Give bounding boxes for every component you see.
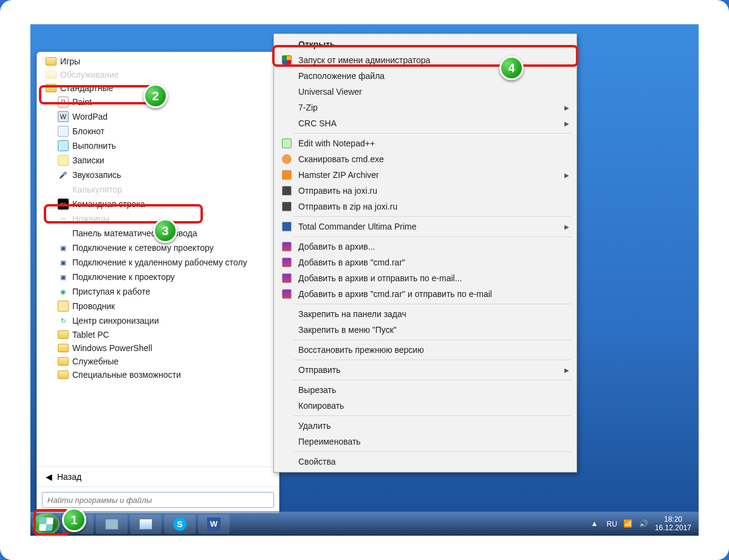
notes-icon bbox=[58, 155, 69, 166]
label: WordPad bbox=[72, 112, 108, 121]
app-projector[interactable]: ▣Подключение к проектору bbox=[37, 270, 279, 284]
app-snipping[interactable]: ✂Ножницы bbox=[37, 211, 279, 226]
separator bbox=[293, 133, 572, 134]
blank-icon bbox=[280, 70, 293, 81]
label: Вырезать bbox=[298, 385, 336, 395]
submenu-arrow-icon: ▶ bbox=[564, 224, 569, 230]
label: Добавить в архив "cmd.rar" bbox=[298, 258, 405, 267]
tray-up-icon[interactable]: ▲ bbox=[591, 519, 601, 529]
folder-system[interactable]: Служебные bbox=[37, 355, 279, 368]
volume-icon[interactable]: 🔊 bbox=[639, 519, 649, 529]
folder-accessibility[interactable]: Специальные возможности bbox=[37, 368, 279, 381]
search-input[interactable] bbox=[42, 492, 274, 508]
app-calculator[interactable]: Калькулятор bbox=[37, 182, 279, 197]
app-netproj[interactable]: ▣Подключение к сетевому проектору bbox=[37, 241, 279, 255]
ctx-rar-email2[interactable]: Добавить в архив "cmd.rar" и отправить п… bbox=[275, 286, 575, 302]
label: Проводник bbox=[72, 301, 115, 311]
label: Служебные bbox=[72, 357, 118, 366]
separator bbox=[293, 360, 572, 360]
taskbar-firefox[interactable] bbox=[62, 514, 94, 534]
app-mathinput[interactable]: Панель математического ввода bbox=[37, 226, 279, 241]
folder-icon bbox=[46, 70, 56, 79]
separator bbox=[293, 451, 572, 452]
label: Удалить bbox=[298, 421, 330, 431]
taskbar-app[interactable] bbox=[96, 514, 128, 534]
ctx-restore[interactable]: Восстановить прежнюю версию bbox=[275, 342, 575, 358]
ctx-joxi-zip[interactable]: Отправить в zip на joxi.ru bbox=[275, 199, 575, 214]
ctx-notepadpp[interactable]: Edit with Notepad++ bbox=[275, 135, 575, 151]
taskbar-word[interactable]: W bbox=[198, 514, 230, 534]
app-paint[interactable]: PPaint bbox=[37, 95, 279, 109]
start-button[interactable] bbox=[33, 513, 60, 535]
network-icon[interactable]: 📶 bbox=[623, 519, 633, 529]
taskbar-app2[interactable] bbox=[130, 514, 162, 534]
label: Восстановить прежнюю версию bbox=[298, 345, 424, 355]
app-command-prompt[interactable]: C:\Командная строка bbox=[37, 197, 279, 211]
ctx-7zip[interactable]: 7-Zip▶ bbox=[275, 100, 575, 115]
ctx-delete[interactable]: Удалить bbox=[275, 418, 575, 434]
ctx-rar-add[interactable]: Добавить в архив... bbox=[275, 239, 575, 254]
language-indicator[interactable]: RU bbox=[607, 520, 617, 528]
ctx-rar-add2[interactable]: Добавить в архив "cmd.rar" bbox=[275, 254, 575, 270]
folder-games[interactable]: Игры bbox=[37, 55, 279, 68]
app-icon bbox=[139, 519, 152, 530]
ctx-open[interactable]: Открыть bbox=[275, 36, 575, 52]
context-menu: Открыть Запуск от имени администратора Р… bbox=[273, 33, 577, 473]
label: CRC SHA bbox=[298, 118, 337, 128]
ctx-cut[interactable]: Вырезать bbox=[275, 382, 575, 398]
clock-time: 18:20 bbox=[655, 516, 691, 524]
folder-powershell[interactable]: Windows PowerShell bbox=[37, 341, 279, 355]
app-explorer[interactable]: Проводник bbox=[37, 299, 279, 313]
projector-icon: ▣ bbox=[58, 271, 69, 282]
ctx-rename[interactable]: Переименовать bbox=[275, 434, 575, 449]
label: Выполнить bbox=[72, 141, 116, 151]
app-notepad[interactable]: Блокнот bbox=[37, 124, 279, 138]
label: Игры bbox=[60, 56, 80, 66]
blank-icon bbox=[280, 324, 293, 335]
folder-maintenance[interactable]: Обслуживание bbox=[37, 68, 279, 81]
label: Командная строка bbox=[72, 199, 145, 209]
taskbar-clock[interactable]: 18:20 16.12.2017 bbox=[655, 516, 691, 533]
app-soundrec[interactable]: 🎤Звукозапись bbox=[37, 168, 279, 182]
ctx-avast-scan[interactable]: Сканировать cmd.exe bbox=[275, 151, 575, 167]
ctx-properties[interactable]: Свойства bbox=[275, 454, 575, 470]
folder-icon bbox=[58, 330, 69, 339]
ctx-pin-start[interactable]: Закрепить в меню "Пуск" bbox=[275, 322, 575, 338]
ctx-sendto[interactable]: Отправить▶ bbox=[275, 362, 575, 378]
ctx-run-as-admin[interactable]: Запуск от имени администратора bbox=[275, 52, 575, 68]
taskbar: S W ▲ RU 📶 🔊 18:20 16.12.2017 bbox=[30, 511, 699, 536]
submenu-arrow-icon: ▶ bbox=[564, 104, 569, 111]
folder-icon bbox=[58, 370, 69, 379]
ctx-rar-email[interactable]: Добавить в архив и отправить по e-mail..… bbox=[275, 270, 575, 286]
scissors-icon: ✂ bbox=[58, 213, 69, 224]
app-sync[interactable]: ↻Центр синхронизации bbox=[37, 313, 279, 328]
ctx-totalcommander[interactable]: Total Commander Ultima Prime▶ bbox=[275, 219, 575, 234]
label: Tablet PC bbox=[72, 330, 109, 340]
app-run[interactable]: Выполнить bbox=[37, 138, 279, 153]
label: Центр синхронизации bbox=[72, 316, 159, 326]
ctx-universal-viewer[interactable]: Universal Viewer bbox=[275, 84, 575, 100]
app-stickynotes[interactable]: Записки bbox=[37, 153, 279, 168]
blank-icon bbox=[280, 420, 293, 431]
ctx-pin-taskbar[interactable]: Закрепить на панели задач bbox=[275, 306, 575, 322]
start-menu-back[interactable]: ◀ Назад bbox=[37, 466, 279, 487]
label: Расположение файла bbox=[298, 71, 385, 81]
taskbar-skype[interactable]: S bbox=[164, 514, 196, 534]
math-icon bbox=[58, 228, 69, 239]
folder-tabletpc[interactable]: Tablet PC bbox=[37, 328, 279, 341]
paint-icon: P bbox=[58, 97, 69, 108]
ctx-copy[interactable]: Копировать bbox=[275, 398, 575, 414]
wordpad-icon: W bbox=[58, 111, 69, 122]
ctx-hamster[interactable]: Hamster ZIP Archiver▶ bbox=[275, 167, 575, 183]
folder-standard[interactable]: Стандартные bbox=[37, 81, 279, 95]
ctx-file-location[interactable]: Расположение файла bbox=[275, 68, 575, 84]
ctx-joxi[interactable]: Отправить на joxi.ru bbox=[275, 183, 575, 199]
app-gettingstarted[interactable]: ◉Приступая к работе bbox=[37, 284, 279, 299]
app-wordpad[interactable]: WWordPad bbox=[37, 109, 279, 124]
folder-icon bbox=[58, 344, 69, 352]
ctx-crcsha[interactable]: CRC SHA▶ bbox=[275, 115, 575, 131]
label: Закрепить на панели задач bbox=[298, 309, 406, 319]
app-rdp[interactable]: ▣Подключение к удаленному рабочему столу bbox=[37, 255, 279, 270]
back-arrow-icon: ◀ bbox=[46, 472, 52, 482]
label: Специальные возможности bbox=[72, 370, 181, 380]
